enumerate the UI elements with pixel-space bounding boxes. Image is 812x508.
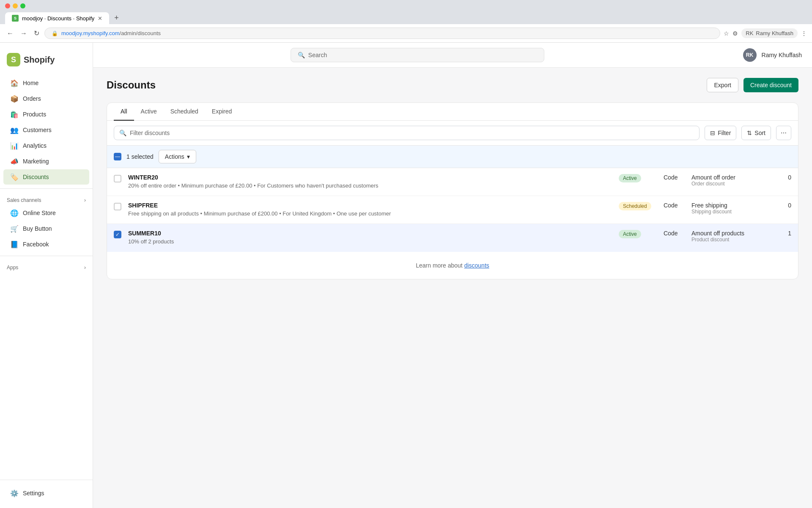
sort-icon: ⇅ — [747, 130, 752, 136]
tab-all[interactable]: All — [114, 103, 134, 121]
table-row: SHIPFREE Free shipping on all products •… — [107, 196, 798, 224]
row-checkbox-shipfree[interactable] — [114, 203, 121, 210]
selection-count: 1 selected — [126, 153, 154, 160]
customers-icon: 👥 — [10, 126, 19, 134]
settings-nav-item[interactable]: ⚙️ Settings — [3, 486, 89, 501]
analytics-icon: 📊 — [10, 141, 19, 150]
discount-type-sub-winter20: Order discount — [691, 181, 768, 187]
sidebar-item-discounts[interactable]: 🏷️ Discounts — [3, 169, 89, 185]
row-type-shipfree: Code — [664, 202, 685, 209]
row-checkbox-winter20[interactable] — [114, 175, 121, 182]
row-main-summer10: SUMMER10 10% off 2 products — [128, 230, 612, 246]
selection-checkbox[interactable]: — — [114, 153, 121, 160]
discount-name-shipfree[interactable]: SHIPFREE — [128, 202, 612, 209]
nav-items: 🏠 Home 📦 Orders 🛍️ Products 👥 Customers … — [0, 75, 93, 185]
marketing-icon: 📣 — [10, 157, 19, 166]
row-uses-shipfree: 0 — [774, 202, 791, 209]
row-discount-type-summer10: Amount off products Product discount — [691, 230, 768, 243]
user-avatar[interactable]: RK — [743, 48, 757, 62]
sidebar-item-customers[interactable]: 👥 Customers — [3, 122, 89, 138]
sidebar-label-buy-button: Buy Button — [23, 225, 52, 232]
main-content: 🔍 Search RK Ramy Khuffash Discounts Expo… — [93, 43, 812, 508]
discounts-icon: 🏷️ — [10, 173, 19, 181]
row-checkbox-summer10[interactable]: ✓ — [114, 231, 121, 238]
shopify-logo[interactable]: S Shopify — [7, 53, 86, 66]
search-icon: 🔍 — [298, 52, 305, 58]
sidebar-item-orders[interactable]: 📦 Orders — [3, 91, 89, 106]
app-container: S Shopify 🏠 Home 📦 Orders 🛍️ Products 👥 … — [0, 43, 812, 508]
traffic-light-red[interactable] — [5, 3, 10, 8]
sidebar-item-analytics[interactable]: 📊 Analytics — [3, 138, 89, 153]
address-text: moodjoy.myshopify.com/admin/discounts — [61, 30, 161, 36]
sidebar-label-home: Home — [23, 80, 38, 86]
sidebar-item-facebook[interactable]: 📘 Facebook — [3, 237, 89, 252]
tab-expired[interactable]: Expired — [205, 103, 239, 121]
products-icon: 🛍️ — [10, 110, 19, 119]
discount-name-winter20[interactable]: WINTER20 — [128, 174, 612, 181]
page-header: Discounts Export Create discount — [107, 78, 798, 92]
forward-button[interactable]: → — [19, 28, 29, 39]
online-store-icon: 🌐 — [10, 209, 19, 217]
sidebar-label-marketing: Marketing — [23, 158, 49, 165]
sidebar-divider-2 — [0, 256, 93, 256]
sales-channel-items: 🌐 Online Store 🛒 Buy Button 📘 Facebook — [0, 205, 93, 252]
active-tab[interactable]: S moodjoy · Discounts · Shopify ✕ — [5, 12, 109, 24]
discounts-table: WINTER20 20% off entire order • Minimum … — [107, 168, 798, 252]
sidebar-footer: ⚙️ Settings — [0, 480, 93, 501]
tab-favicon: S — [12, 15, 19, 22]
sidebar-label-analytics: Analytics — [23, 142, 47, 149]
apps-arrow[interactable]: › — [84, 265, 86, 271]
address-bar[interactable]: 🔒 moodjoy.myshopify.com/admin/discounts — [44, 28, 720, 39]
row-main-shipfree: SHIPFREE Free shipping on all products •… — [128, 202, 612, 218]
row-type-summer10: Code — [664, 230, 685, 237]
sidebar-item-online-store[interactable]: 🌐 Online Store — [3, 205, 89, 221]
discount-name-summer10[interactable]: SUMMER10 — [128, 230, 612, 237]
create-discount-button[interactable]: Create discount — [743, 78, 798, 92]
sidebar-label-products: Products — [23, 111, 46, 118]
filter-search[interactable]: 🔍 Filter discounts — [114, 126, 700, 140]
buy-button-icon: 🛒 — [10, 224, 19, 233]
tab-active[interactable]: Active — [134, 103, 164, 121]
row-discount-type-shipfree: Free shipping Shipping discount — [691, 202, 768, 215]
actions-label: Actions — [165, 153, 184, 160]
row-discount-type-winter20: Amount off order Order discount — [691, 174, 768, 187]
sidebar-label-facebook: Facebook — [23, 241, 49, 248]
menu-icon[interactable]: ⋮ — [801, 30, 807, 37]
page-title: Discounts — [107, 79, 156, 91]
filter-button[interactable]: ⊟ Filter — [705, 126, 736, 140]
sort-button[interactable]: ⇅ Sort — [741, 126, 771, 140]
reload-button[interactable]: ↻ — [32, 28, 41, 39]
back-button[interactable]: ← — [5, 28, 15, 39]
row-status-shipfree: Scheduled — [619, 202, 657, 210]
filter-search-icon: 🔍 — [119, 130, 126, 136]
row-type-winter20: Code — [664, 174, 685, 181]
discount-type-name-summer10: Amount off products — [691, 230, 768, 237]
sidebar-item-home[interactable]: 🏠 Home — [3, 75, 89, 91]
tab-scheduled[interactable]: Scheduled — [164, 103, 205, 121]
traffic-light-green[interactable] — [20, 3, 25, 8]
new-tab-button[interactable]: + — [111, 12, 122, 24]
sidebar-item-marketing[interactable]: 📣 Marketing — [3, 154, 89, 169]
orders-icon: 📦 — [10, 94, 19, 103]
filter-placeholder: Filter discounts — [130, 130, 170, 136]
avatar-initials: RK — [746, 30, 753, 36]
bookmark-icon[interactable]: ☆ — [724, 30, 729, 37]
row-main-winter20: WINTER20 20% off entire order • Minimum … — [128, 174, 612, 190]
discount-desc-winter20: 20% off entire order • Minimum purchase … — [128, 182, 612, 190]
traffic-light-yellow[interactable] — [13, 3, 18, 8]
search-bar[interactable]: 🔍 Search — [291, 48, 544, 62]
sales-channels-arrow[interactable]: › — [84, 197, 86, 203]
apps-title: Apps › — [0, 260, 93, 272]
tab-close-button[interactable]: ✕ — [98, 15, 102, 22]
extensions-icon[interactable]: ⚙ — [732, 30, 738, 37]
sidebar-item-products[interactable]: 🛍️ Products — [3, 107, 89, 122]
discount-type-name-shipfree: Free shipping — [691, 202, 768, 209]
sidebar-item-buy-button[interactable]: 🛒 Buy Button — [3, 221, 89, 236]
actions-button[interactable]: Actions ▾ — [159, 150, 196, 163]
more-options-button[interactable]: ⋯ — [776, 126, 791, 140]
export-button[interactable]: Export — [707, 78, 738, 92]
discounts-link[interactable]: discounts — [464, 262, 489, 269]
sidebar-label-orders: Orders — [23, 95, 41, 102]
sidebar: S Shopify 🏠 Home 📦 Orders 🛍️ Products 👥 … — [0, 43, 93, 508]
actions-chevron-icon: ▾ — [187, 153, 190, 160]
